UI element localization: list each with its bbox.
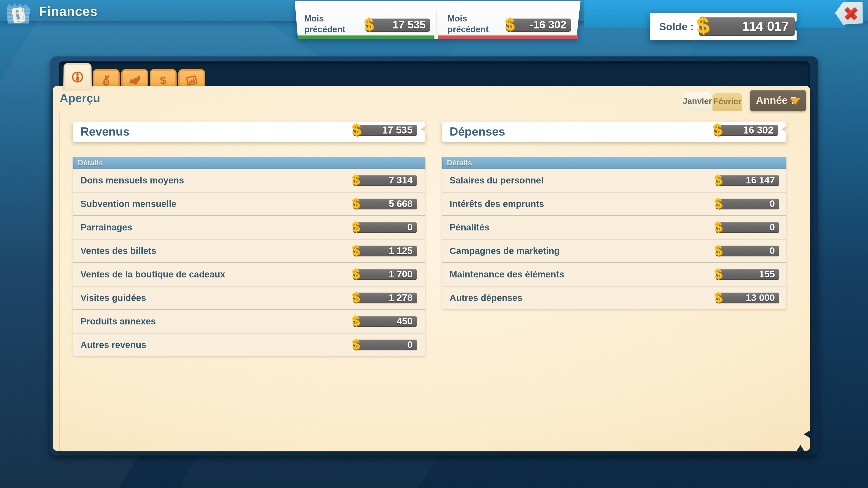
row-label: Autres revenus	[81, 339, 146, 350]
revenue-row: Ventes de la boutique de cadeaux $1 700	[73, 262, 426, 286]
expenses-header-card: Dépenses $ 16 302	[442, 122, 786, 142]
revenue-row: Dons mensuels moyens $7 314	[73, 169, 426, 192]
row-value-badge: $0	[716, 246, 779, 256]
row-value-badge: $7 314	[353, 175, 417, 186]
previous-month-summary: Mois précédent $ 17 535 Mois précédent $…	[291, 1, 581, 39]
dollar-icon: $	[351, 195, 360, 212]
row-label: Autres dépenses	[450, 293, 522, 303]
month-tab-janvier[interactable]: Janvier	[683, 92, 712, 111]
row-label: Intérêts des emprunts	[450, 199, 544, 209]
expense-row: Salaires du personnel $16 147	[442, 169, 786, 192]
dollar-icon: $	[351, 171, 360, 188]
finances-screen: Finances Mois précédent $ 17 535 Mois pr…	[0, 0, 868, 488]
row-value: 16 147	[746, 175, 775, 186]
row-value: 0	[770, 198, 775, 209]
row-value-badge: $1 278	[353, 293, 417, 303]
balance-panel: Solde : $ 114 017	[650, 13, 797, 40]
expenses-list: Salaires du personnel $16 147 Intérêts d…	[442, 169, 786, 309]
summary-divider	[436, 11, 437, 35]
row-label: Parrainages	[81, 222, 132, 232]
row-value-badge: $13 000	[716, 293, 779, 303]
expense-row: Campagnes de marketing $0	[442, 239, 786, 262]
dollar-icon: $	[714, 265, 722, 282]
dollar-icon: $	[712, 120, 722, 139]
dollar-icon: $	[351, 242, 360, 258]
month-tab-fevrier[interactable]: Février	[712, 93, 742, 111]
row-label: Salaires du personnel	[450, 175, 544, 185]
row-value-badge: $0	[716, 222, 779, 233]
page-title: Finances	[39, 4, 97, 19]
dollar-icon: $	[364, 14, 374, 34]
row-value: 0	[770, 222, 775, 233]
revenue-row: Visites guidées $1 278	[73, 286, 426, 309]
row-value: 5 668	[389, 198, 412, 209]
revenue-row: Produits annexes $450	[73, 309, 426, 333]
ledger-book-icon	[6, 1, 31, 24]
row-value-badge: $0	[353, 222, 417, 233]
dollar-icon: $	[351, 289, 360, 305]
balance-value: 114 017	[742, 19, 789, 34]
row-label: Produits annexes	[81, 316, 156, 326]
row-value: 1 700	[389, 269, 412, 280]
chevron-down-icon	[790, 98, 801, 104]
row-value: 0	[407, 222, 412, 233]
previous-month-expense-label: Mois précédent	[447, 13, 502, 35]
expense-negative-bar	[438, 35, 578, 39]
row-value-badge: $155	[716, 269, 779, 280]
dollar-icon: $	[714, 171, 722, 188]
previous-month-income-label: Mois précédent	[304, 13, 359, 35]
revenues-title: Revenus	[81, 125, 129, 138]
previous-month-expense-value: -16 302	[530, 19, 566, 31]
expense-row: Intérêts des emprunts $0	[442, 192, 786, 215]
dollar-icon: $	[504, 14, 515, 34]
revenue-row: Subvention mensuelle $5 668	[73, 192, 426, 215]
row-value: 155	[759, 269, 775, 280]
row-value-badge: $450	[353, 316, 417, 327]
dollar-icon: $	[351, 336, 360, 352]
row-value-badge: $1 700	[353, 269, 417, 280]
details-header-label: Détails	[442, 158, 472, 167]
dollar-icon: $	[714, 289, 722, 305]
row-value: 7 314	[389, 175, 412, 186]
section-title: Aperçu	[60, 91, 100, 105]
row-label: Subvention mensuelle	[81, 199, 177, 209]
bar-chart-icon	[185, 74, 198, 87]
row-label: Campagnes de marketing	[450, 246, 560, 256]
svg-text:$: $	[105, 78, 108, 85]
expenses-details-header: Détails	[442, 157, 786, 170]
dollar-icon: $	[351, 120, 362, 139]
revenue-row: Ventes des billets $1 125	[73, 239, 426, 262]
dollar-icon: $	[157, 74, 169, 87]
revenues-list: Dons mensuels moyens $7 314 Subvention m…	[73, 169, 426, 356]
revenue-row: Parrainages $0	[73, 215, 426, 239]
row-value-badge: $1 125	[353, 246, 417, 256]
row-value: 450	[397, 316, 412, 327]
balance-badge: $ 114 017	[699, 17, 795, 36]
row-value-badge: $5 668	[353, 199, 417, 209]
revenue-row: Autres revenus $0	[73, 333, 426, 356]
dollar-icon: $	[714, 195, 722, 212]
revenues-details-header: Détails	[73, 157, 426, 170]
info-icon	[71, 70, 84, 83]
month-tab-label: Janvier	[683, 96, 712, 106]
tab-overview-face	[65, 65, 90, 90]
row-label: Pénalités	[450, 222, 489, 232]
revenues-total-value: 17 535	[382, 125, 412, 136]
year-dropdown[interactable]: Année 7	[750, 90, 806, 111]
dollar-icon: $	[714, 219, 722, 235]
dollar-icon: $	[351, 265, 360, 282]
row-value: 0	[407, 339, 412, 350]
dollar-icon: $	[696, 12, 710, 39]
row-label: Visites guidées	[81, 293, 146, 303]
dollar-icon: $	[351, 219, 360, 235]
row-value: 13 000	[746, 292, 775, 303]
row-label: Ventes de la boutique de cadeaux	[81, 269, 225, 279]
tab-overview[interactable]	[63, 63, 92, 90]
expenses-total-badge: $ 16 302	[714, 125, 778, 136]
row-value: 0	[770, 246, 775, 256]
row-label: Ventes des billets	[81, 246, 156, 256]
revenues-header-card: Revenus $ 17 535	[73, 122, 426, 142]
revenues-total-badge: $ 17 535	[353, 125, 417, 136]
expenses-total-value: 16 302	[743, 125, 774, 136]
expense-row: Autres dépenses $13 000	[442, 286, 786, 309]
